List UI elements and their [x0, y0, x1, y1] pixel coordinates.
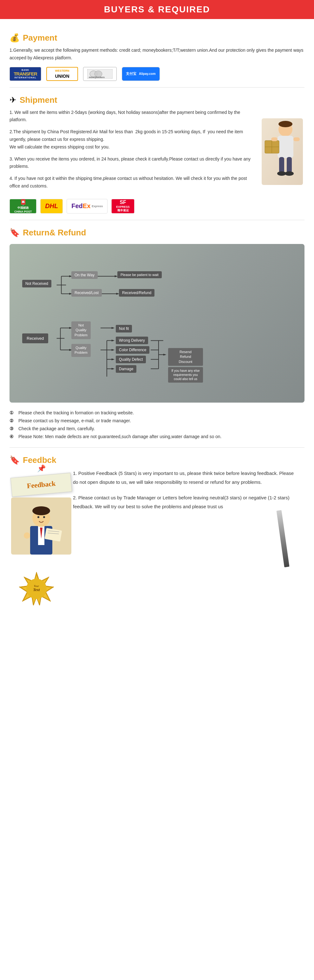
shipment-section-header: ✈ Shipment: [10, 95, 304, 105]
feedback-image-col: 📌 Feedback: [10, 466, 73, 555]
fc-be-patient: Please be patient to wait: [117, 271, 162, 278]
fc-not-quality: NotQualityProblem: [71, 321, 91, 339]
feedback-icon: 🔖: [10, 455, 20, 465]
note-text-4: Please Note: Men made defects are not gu…: [18, 433, 222, 441]
feedback-pin-icon: 📌: [37, 465, 46, 473]
refund-section-header: 🔖 Return& Refund: [10, 228, 304, 238]
feedback-para1: 1. Positive Feedback (5 Stars) is very i…: [73, 469, 298, 487]
note-num-3: ③: [10, 425, 16, 433]
fc-not-received: Not Received: [22, 280, 51, 288]
page-header: BUYERS & REQUIRED: [0, 0, 314, 19]
feedback-title: Feedbck: [23, 455, 57, 465]
svg-marker-42: [112, 358, 115, 360]
payment-section-header: 💰 Payment: [10, 33, 304, 43]
fedex-logo: FedEx Express: [67, 199, 108, 213]
fc-damage: Damage: [116, 365, 136, 373]
chinapost-logo: 📮 中国邮政 CHINA POST: [10, 199, 36, 213]
feedback-person-illustration: [11, 498, 71, 555]
feedback-card-label: Feedback: [17, 479, 65, 491]
divider-1: [10, 87, 304, 88]
fc-received-refund: Received/Refund: [119, 289, 154, 297]
shipment-text-col: 1. We will sent the items within 2-5days…: [10, 109, 257, 194]
svg-point-60: [24, 532, 30, 539]
fc-received-lost: Received/Lost: [71, 289, 102, 297]
svg-rect-14: [287, 157, 292, 173]
svg-point-6: [279, 121, 292, 127]
note-item-3: ③ Check the package and Item, carefully.: [10, 425, 304, 433]
fc-quality-defect: Quality Defect: [116, 356, 146, 363]
feedback-text-col: 1. Positive Feedback (5 Stars) is very i…: [73, 469, 304, 555]
note-item-2: ② Please contact us by meesage, e-mail, …: [10, 417, 304, 425]
gold-badge-svg: Your Text: [10, 570, 63, 605]
sf-express-logo: SF EXPRESS 顺丰速运: [111, 199, 135, 213]
fc-resend-refund: ResendRefundDiscount: [168, 348, 203, 366]
svg-rect-11: [271, 137, 278, 141]
refund-icon: 🔖: [10, 228, 20, 238]
shipment-title: Shipment: [20, 95, 57, 105]
page-title: BUYERS & REQUIRED: [0, 5, 314, 14]
svg-text:moneybookers: moneybookers: [89, 76, 105, 79]
feedback-card-wrapper: 📌 Feedback: [11, 469, 71, 555]
svg-point-15: [277, 171, 286, 176]
shipment-para3: 3. When you receive the items you ordere…: [10, 156, 257, 171]
fc-color-difference: Color Difference: [116, 346, 149, 354]
divider-3: [10, 447, 304, 448]
refund-title: Return& Refund: [23, 228, 86, 238]
fc-not-fit: Not fit: [116, 325, 132, 332]
note-item-4: ④ Please Note: Men made defects are not …: [10, 433, 304, 441]
person-svg: [11, 498, 71, 555]
alipay-logo: 支付宝 Alipay.com: [122, 67, 160, 81]
dhl-logo: DHL: [40, 199, 63, 213]
shipment-para4: 4. If you have not got it within the shi…: [10, 175, 257, 190]
flowchart: Not Received On the Way Please be patien…: [16, 253, 298, 393]
main-content: 💰 Payment 1.Generally, we accept the fol…: [0, 19, 314, 613]
bank-transfer-logo: BANK TRANSFER INTERNATIONAL: [10, 67, 41, 81]
shipping-logos-row: 📮 中国邮政 CHINA POST DHL FedEx Express SF E…: [10, 199, 304, 213]
western-union-logo: WESTERN UNION: [46, 67, 78, 81]
feedback-section-header: 🔖 Feedbck: [10, 455, 304, 465]
svg-rect-12: [293, 137, 300, 141]
flowchart-container: Not Received On the Way Please be patien…: [10, 244, 304, 402]
payment-title: Payment: [23, 33, 57, 43]
payment-description: 1.Generally, we accept the following pay…: [10, 47, 304, 62]
feedback-wrapper: 📌 Feedback: [10, 469, 304, 555]
payment-icon: 💰: [10, 33, 20, 43]
svg-marker-44: [112, 368, 115, 370]
fc-quality-problem: QualityProblem: [71, 344, 91, 357]
fc-received: Received: [22, 333, 48, 343]
feedback-card: Feedback: [11, 473, 72, 496]
pencil-decoration-area: [10, 555, 304, 564]
svg-point-57: [32, 506, 50, 515]
fc-else-requirements: If you have any else requirements you co…: [168, 367, 203, 383]
svg-point-59: [43, 516, 45, 518]
note-num-1: ①: [10, 409, 16, 417]
svg-marker-34: [112, 327, 115, 329]
delivery-person-illustration: [262, 118, 303, 185]
shipment-wrapper: 1. We will sent the items within 2-5days…: [10, 109, 304, 194]
note-text-3: Check the package and Item, carefully.: [18, 425, 95, 433]
divider-2: [10, 220, 304, 220]
note-item-1: ① Please check the tracking in formation…: [10, 409, 304, 417]
shipment-para2: 2.The shipment by China Post Registered …: [10, 128, 257, 151]
shipment-image-col: [260, 109, 304, 194]
svg-point-58: [37, 516, 39, 518]
shipment-icon: ✈: [10, 95, 16, 105]
shipment-para1: 1. We will sent the items within 2-5days…: [10, 109, 257, 124]
svg-rect-13: [279, 157, 284, 173]
svg-marker-51: [163, 354, 167, 356]
svg-rect-7: [278, 136, 293, 158]
feedback-para2: 2. Please contact us by Trade Manager or…: [73, 493, 298, 511]
svg-marker-38: [112, 339, 115, 341]
fc-on-the-way: On the Way: [71, 271, 98, 279]
note-num-4: ④: [10, 433, 16, 441]
svg-point-16: [285, 171, 294, 176]
fc-wrong-delivery: Wrong Delivery: [116, 337, 148, 344]
svg-text:Your: Your: [34, 584, 39, 587]
moneybookers-logo: moneybookers: [83, 67, 117, 81]
svg-marker-40: [112, 349, 115, 351]
svg-text:Text: Text: [33, 587, 40, 592]
note-num-2: ②: [10, 417, 16, 425]
note-text-2: Please contact us by meesage, e-mail, or…: [18, 417, 131, 425]
note-text-1: Please check the tracking in formation o…: [18, 409, 134, 417]
payment-logos-row: BANK TRANSFER INTERNATIONAL WESTERN UNIO…: [10, 67, 304, 81]
